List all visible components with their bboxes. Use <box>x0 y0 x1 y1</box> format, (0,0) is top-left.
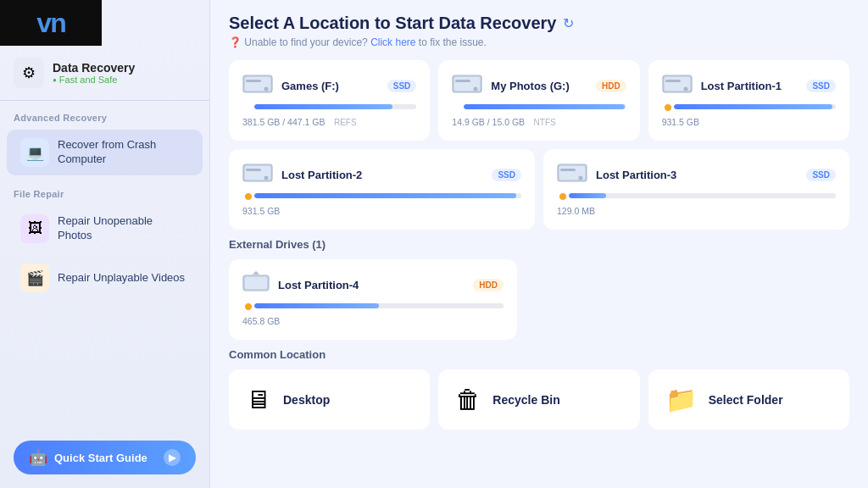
drive-type-1: HDD <box>596 80 626 92</box>
sidebar-item-repair-videos[interactable]: 🎬 Repair Unplayable Videos <box>7 255 203 301</box>
sidebar-logo: vn <box>0 0 102 46</box>
drive-info: Lost Partition-3 <box>557 161 676 188</box>
drive-card-lost-3[interactable]: Lost Partition-3 SSD 129.0 MB <box>543 149 849 230</box>
svg-rect-7 <box>455 80 470 82</box>
drive-type-3: SSD <box>492 169 521 181</box>
drive-name-1: My Photos (G:) <box>491 80 569 92</box>
sidebar: vn ⚙ Data Recovery Fast and Safe Advance… <box>0 0 210 488</box>
drive-name-ext-0: Lost Partition-4 <box>278 279 359 291</box>
external-drives-label: External Drives (1) <box>229 238 849 251</box>
main-subtitle: ❓ Unable to find your device? Click here… <box>229 36 849 48</box>
repair-photos-icon: 🖼 <box>20 214 49 243</box>
svg-point-6 <box>474 87 478 92</box>
drive-info: Lost Partition-2 <box>242 161 362 188</box>
drive-card-top: Lost Partition-1 SSD <box>662 72 836 99</box>
svg-point-18 <box>579 176 583 180</box>
drive-card-photos-g[interactable]: My Photos (G:) HDD 14.9 GB / 15.0 GB NTF… <box>438 60 639 141</box>
drive-type-2: SSD <box>806 80 836 92</box>
drive-card-top: Games (F:) SSD <box>242 72 416 99</box>
common-location-label: Common Location <box>229 348 849 361</box>
refresh-icon[interactable]: ↻ <box>563 15 574 31</box>
svg-rect-11 <box>665 80 681 82</box>
subtitle-question-icon: ❓ <box>229 36 242 48</box>
brand-subtitle: Fast and Safe <box>53 75 135 85</box>
drive-progress-2 <box>662 104 836 109</box>
warning-dot-2 <box>664 103 672 112</box>
warning-dot-ext-0 <box>244 302 253 311</box>
repair-videos-icon: 🎬 <box>20 263 49 292</box>
svg-point-10 <box>683 87 687 92</box>
drive-progress-1 <box>452 104 626 109</box>
recycle-bin-label: Recycle Bin <box>492 393 559 407</box>
sidebar-brand: ⚙ Data Recovery Fast and Safe <box>0 46 209 101</box>
common-card-desktop[interactable]: 🖥 Desktop <box>229 369 430 430</box>
drive-name-4: Lost Partition-3 <box>596 169 676 181</box>
sidebar-item-recover-crash[interactable]: 💻 Recover from Crash Computer <box>7 130 203 175</box>
recycle-bin-icon: 🗑 <box>455 385 481 414</box>
subtitle-link[interactable]: Click here <box>370 36 415 48</box>
drive-size-ext-0: 465.8 GB <box>242 313 504 328</box>
drive-size-3: 931.5 GB <box>242 202 521 218</box>
quick-start-label: Quick Start Guide <box>54 452 147 464</box>
svg-point-14 <box>264 176 269 180</box>
svg-rect-21 <box>245 277 267 289</box>
drive-size-1: 14.9 GB / 15.0 GB NTFS <box>452 114 626 129</box>
drive-type-0: SSD <box>387 80 417 92</box>
brand-name: Data Recovery <box>53 61 135 75</box>
desktop-label: Desktop <box>283 393 330 407</box>
drive-card-top: Lost Partition-4 HDD <box>242 271 504 298</box>
drive-progress-0 <box>242 104 416 109</box>
drive-disk-icon <box>242 72 273 99</box>
advanced-recovery-label: Advanced Recovery <box>0 101 209 128</box>
common-locations-grid: 🖥 Desktop 🗑 Recycle Bin 📁 Select Folder <box>229 369 849 430</box>
drive-card-top: Lost Partition-2 SSD <box>242 161 521 188</box>
sidebar-bottom: 🤖 Quick Start Guide ▶ <box>0 427 209 488</box>
drive-card-top: My Photos (G:) HDD <box>452 72 626 99</box>
drive-card-lost-4[interactable]: Lost Partition-4 HDD 465.8 GB <box>229 259 517 340</box>
drive-progress-ext-0 <box>242 303 504 308</box>
main-header: Select A Location to Start Data Recovery… <box>229 14 849 33</box>
drive-size-0: 381.5 GB / 447.1 GB REFS <box>242 114 416 129</box>
warning-dot-3 <box>244 192 253 201</box>
common-card-recycle-bin[interactable]: 🗑 Recycle Bin <box>438 369 639 430</box>
drive-disk-icon <box>662 72 693 99</box>
svg-point-2 <box>264 87 269 92</box>
brand-text: Data Recovery Fast and Safe <box>53 61 135 85</box>
drives-grid-top: Games (F:) SSD 381.5 GB / 447.1 GB REFS <box>229 60 849 141</box>
drives-grid-mid: Lost Partition-2 SSD 931.5 GB <box>229 149 849 230</box>
drive-progress-4 <box>557 193 836 198</box>
svg-rect-3 <box>246 80 261 82</box>
drive-card-games-f[interactable]: Games (F:) SSD 381.5 GB / 447.1 GB REFS <box>229 60 430 141</box>
main-content: Select A Location to Start Data Recovery… <box>210 0 868 488</box>
arrow-right-icon: ▶ <box>164 449 181 466</box>
repair-videos-label: Repair Unplayable Videos <box>58 271 185 286</box>
drive-disk-icon <box>557 161 587 188</box>
drive-disk-icon <box>242 161 273 188</box>
common-card-select-folder[interactable]: 📁 Select Folder <box>648 369 849 430</box>
svg-rect-15 <box>246 169 261 171</box>
warning-dot-4 <box>559 192 567 201</box>
repair-photos-label: Repair Unopenable Photos <box>58 214 189 243</box>
drive-card-top: Lost Partition-3 SSD <box>557 161 836 188</box>
drive-name-0: Games (F:) <box>281 80 339 92</box>
drive-card-lost-1[interactable]: Lost Partition-1 SSD 931.5 GB <box>648 60 849 141</box>
subtitle-suffix: to fix the issue. <box>419 36 487 48</box>
svg-rect-19 <box>560 169 576 171</box>
sidebar-item-repair-photos[interactable]: 🖼 Repair Unopenable Photos <box>7 206 203 252</box>
drive-disk-icon <box>452 72 482 99</box>
drive-progress-3 <box>242 193 521 198</box>
crash-recovery-icon: 💻 <box>20 138 49 167</box>
desktop-icon: 🖥 <box>246 385 271 414</box>
brand-icon: ⚙ <box>14 58 44 88</box>
drive-card-lost-2[interactable]: Lost Partition-2 SSD 931.5 GB <box>229 149 535 230</box>
recover-crash-label: Recover from Crash Computer <box>58 138 189 167</box>
common-location-section: Common Location 🖥 Desktop 🗑 Recycle Bin … <box>229 348 849 430</box>
drive-info: Lost Partition-1 <box>662 72 782 99</box>
file-repair-label: File Repair <box>0 177 209 204</box>
select-folder-label: Select Folder <box>709 393 783 407</box>
quick-start-button[interactable]: 🤖 Quick Start Guide ▶ <box>14 441 196 474</box>
drive-usb-icon <box>242 271 270 298</box>
drive-type-ext-0: HDD <box>473 279 504 291</box>
drive-size-2: 931.5 GB <box>662 114 836 129</box>
drive-name-2: Lost Partition-1 <box>701 80 782 92</box>
